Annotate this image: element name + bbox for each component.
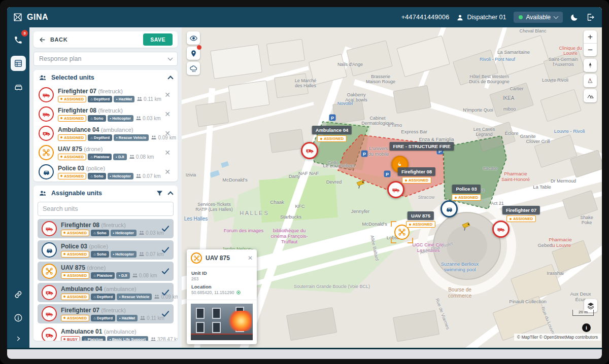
terrain-button[interactable]: [584, 89, 597, 102]
user-menu[interactable]: Dispatcher 01: [456, 14, 506, 21]
drone-icon: [39, 145, 54, 160]
remove-unit-button[interactable]: ✕: [162, 168, 173, 176]
unit-row-firefighter-08[interactable]: Firefighter 08 (firetruck)ASSIGNED⌂ Soho…: [38, 219, 174, 238]
capability-badge: ▪ Rescue Vehicle: [114, 134, 149, 141]
map-chip-uav-875[interactable]: UAV 875ASSIGNED: [406, 211, 435, 228]
unit-checked-icon: [161, 289, 170, 296]
brand-name: GINA: [27, 13, 48, 22]
tilt-3d-button[interactable]: [584, 74, 597, 87]
police-map-marker[interactable]: [441, 200, 458, 217]
status-badge: ASSIGNED: [61, 294, 89, 300]
integrations-nav-button[interactable]: [11, 287, 26, 302]
capability-badge: ▪ Helicopter: [111, 251, 137, 258]
user-icon: [456, 14, 464, 21]
zoom-controls: + −: [584, 30, 597, 56]
drone-icon: [42, 264, 57, 279]
logout-icon[interactable]: [586, 13, 595, 22]
map-attribution: © MapTiler © OpenStreetMap contributors: [514, 334, 601, 341]
map-chip-firefighter-07[interactable]: Firefighter 07ASSIGNED: [502, 206, 540, 222]
zoom-out-button[interactable]: −: [584, 44, 597, 56]
collapse-selected-units-icon[interactable]: [167, 76, 173, 81]
map-chip-fire-structure-fire[interactable]: FIRE - STRUCTURE FIRE: [390, 142, 454, 151]
unit-info: UAV 875 (drone)ASSIGNED⌂ Plaistow▪ DJI 0…: [61, 264, 157, 279]
search-units-input[interactable]: [38, 202, 174, 216]
unit-row-uav-875[interactable]: UAV 875 (drone)ASSIGNED⌂ Plaistow▪ DJI 0…: [33, 143, 178, 162]
unit-type: (police): [86, 165, 105, 171]
unit-distance: 0.11 km: [140, 315, 164, 321]
unit-row-ambulance-04[interactable]: Ambulance 04 (ambulance)ASSIGNED⌂ Deptfo…: [33, 124, 178, 143]
filter-icon[interactable]: [156, 190, 163, 197]
status-badge: ASSIGNED: [61, 230, 89, 236]
firetruck-icon: [39, 87, 54, 102]
compass-button[interactable]: [584, 59, 597, 72]
chip-label: Firefighter 08: [398, 167, 435, 176]
firetruck-map-marker[interactable]: [387, 181, 404, 198]
map-chip-firefighter-08[interactable]: Firefighter 08ASSIGNED: [398, 167, 435, 184]
status-badge: ASSIGNED: [61, 315, 89, 321]
firetruck-icon: [39, 106, 54, 122]
selected-units-card: Selected units Firefighter 07 (firetruck…: [33, 70, 178, 181]
collapse-assignable-units-icon[interactable]: [167, 191, 173, 197]
unit-distance: 0.03 km: [136, 116, 161, 121]
unit-distance: 0.08 km: [132, 273, 157, 278]
about-nav-button[interactable]: [11, 310, 26, 325]
back-button[interactable]: BACK: [39, 36, 67, 44]
unit-distance: 0.07 km: [139, 251, 164, 257]
map-chip-ambulance-04[interactable]: Ambulance 04ASSIGNED: [312, 126, 352, 142]
selected-units-icon: [39, 74, 47, 82]
unit-row-police-03[interactable]: Police 03 (police)ASSIGNED⌂ Soho▪ Helico…: [38, 240, 174, 260]
chip-assigned-badge: ASSIGNED: [317, 135, 347, 142]
selected-units-list: Firefighter 07 (firetruck)ASSIGNED⌂ Dept…: [33, 85, 178, 181]
capability-badge: ▪ Basic Life Support: [107, 336, 148, 341]
unit-info: UAV 875 (drone)ASSIGNED⌂ Plaistow▪ DJI 0…: [58, 145, 154, 160]
capability-badge: ▪ HazMat: [117, 315, 138, 321]
chip-label: Firefighter 07: [502, 206, 540, 214]
drone-feed-image: [191, 304, 253, 340]
availability-dropdown[interactable]: Available: [514, 12, 563, 23]
collapse-rail-button[interactable]: [11, 334, 26, 344]
save-button[interactable]: SAVE: [143, 33, 173, 46]
station-badge: ⌂ Deptford: [91, 294, 115, 300]
unit-row-police-03[interactable]: Police 03 (police)ASSIGNED⌂ Soho▪ Helico…: [33, 162, 178, 181]
remove-unit-button[interactable]: ✕: [162, 91, 173, 99]
response-plans-nav-button[interactable]: [11, 56, 26, 71]
remove-unit-button[interactable]: ✕: [162, 129, 173, 137]
weather-layer-button[interactable]: [187, 62, 200, 75]
map-scale: 20 m: [572, 310, 594, 316]
gps-target-icon: [236, 290, 241, 295]
status-dot-icon: [519, 15, 523, 19]
unit-type: (ambulance): [104, 286, 137, 292]
unit-row-firefighter-07[interactable]: Firefighter 07 (firetruck)ASSIGNED⌂ Dept…: [38, 304, 174, 323]
visibility-layers-button[interactable]: [187, 31, 200, 45]
remove-unit-button[interactable]: ✕: [162, 149, 173, 157]
firetruck-map-marker[interactable]: [492, 221, 510, 238]
response-plan-panel: BACK SAVE Response plan Selected units: [29, 27, 182, 348]
chip-label: Ambulance 04: [312, 126, 352, 134]
unit-type: (police): [89, 243, 108, 249]
ambulance-map-marker[interactable]: [301, 142, 318, 159]
chip-label: UAV 875: [408, 211, 434, 220]
unit-row-firefighter-07[interactable]: Firefighter 07 (firetruck)ASSIGNED⌂ Dept…: [33, 85, 178, 104]
unit-row-firefighter-08[interactable]: Firefighter 08 (firetruck)ASSIGNED⌂ Soho…: [33, 104, 178, 124]
poi-pins-button[interactable]: [187, 47, 200, 60]
map-info-button[interactable]: i: [582, 323, 591, 332]
map-canvas[interactable]: + −: [182, 27, 602, 348]
units-nav-button[interactable]: [11, 79, 26, 94]
unit-row-uav-875[interactable]: UAV 875 (drone)ASSIGNED⌂ Plaistow▪ DJI 0…: [38, 262, 174, 281]
unit-row-ambulance-01[interactable]: Ambulance 01 (ambulance)BUSY⌂ Plaistow▪ …: [38, 325, 174, 341]
dark-mode-toggle[interactable]: [570, 13, 579, 22]
unit-row-ambulance-04[interactable]: Ambulance 04 (ambulance)ASSIGNED⌂ Deptfo…: [38, 283, 174, 302]
close-popup-button[interactable]: ✕: [248, 254, 253, 262]
calls-nav-button[interactable]: 3: [11, 32, 26, 48]
unit-distance: 0.11 km: [137, 96, 161, 102]
police-icon: [42, 242, 57, 258]
remove-unit-button[interactable]: ✕: [162, 110, 173, 118]
unit-id-label: Unit ID: [191, 270, 252, 276]
response-plan-select[interactable]: Response plan: [33, 52, 178, 66]
cctv-camera-icon: [356, 178, 367, 192]
chip-label: FIRE - STRUCTURE FIRE: [390, 142, 454, 151]
map-chip-police-03[interactable]: Police 03ASSIGNED: [452, 185, 481, 201]
station-badge: ⌂ Plaistow: [91, 272, 115, 279]
zoom-in-button[interactable]: +: [584, 30, 597, 43]
cctv-camera-icon: [461, 221, 472, 234]
